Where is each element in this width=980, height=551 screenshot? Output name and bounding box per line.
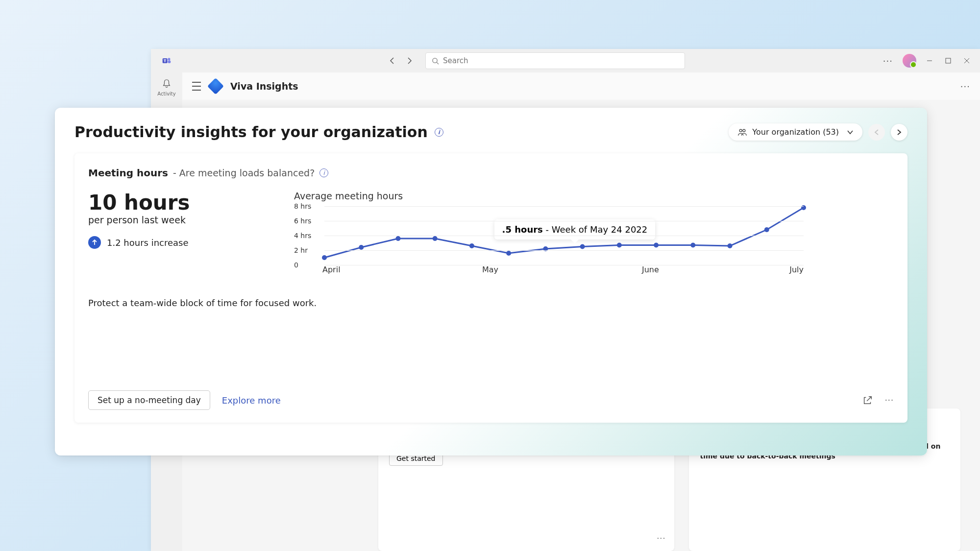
chart-column: Average meeting hours .5 hours - Week of… [294,191,894,272]
x-tick-label: May [482,265,498,274]
rail-item-activity[interactable]: Activity [157,78,175,96]
svg-point-20 [728,243,733,248]
svg-point-14 [506,251,511,256]
metric-summary: 10 hours per person last week 1.2 hours … [88,191,265,272]
user-avatar[interactable] [903,54,916,68]
viva-logo-icon [207,78,224,95]
y-tick-label: 4 hrs [294,232,311,240]
gridline [324,250,804,251]
card-more-button[interactable]: ··· [657,534,665,543]
search-box[interactable] [425,52,685,69]
gridline [324,221,804,221]
chart-title: Average meeting hours [294,191,894,201]
title-bar: T ··· [151,49,980,72]
svg-text:T: T [164,59,167,63]
insights-panel: Productivity insights for your organizat… [55,108,927,455]
svg-point-19 [690,243,695,248]
y-tick-label: 8 hrs [294,202,311,210]
pager-prev-button[interactable] [868,124,885,141]
explore-more-link[interactable]: Explore more [222,395,281,406]
rail-item-label: Activity [157,91,175,96]
page-title-text: Productivity insights for your organizat… [74,123,428,141]
metric-value: 10 hours [88,191,265,215]
y-tick-label: 2 hr [294,246,308,254]
tooltip-date: - Week of May 24 2022 [543,224,647,235]
pager-next-button[interactable] [891,124,907,141]
chart-tooltip: .5 hours - Week of May 24 2022 [494,219,656,240]
hamburger-menu-button[interactable] [192,82,201,91]
app-title: Viva Insights [230,81,298,92]
no-meeting-day-button[interactable]: Set up a no-meeting day [88,390,210,410]
tooltip-value: .5 hours [502,224,543,235]
y-tick-label: 6 hrs [294,217,311,225]
meeting-hours-card: Meeting hours - Are meeting loads balanc… [74,153,907,423]
window-controls [926,57,970,64]
nav-arrows [388,57,414,65]
svg-point-7 [740,129,742,132]
page-header: Productivity insights for your organizat… [74,123,907,141]
search-input[interactable] [443,56,679,65]
app-header: Viva Insights ··· [182,72,980,100]
recommendation-text: Protect a team-wide block of time for fo… [88,298,894,308]
people-icon [737,128,747,137]
window-minimize-button[interactable] [926,57,933,64]
svg-point-2 [168,58,171,60]
delta-row: 1.2 hours increase [88,236,265,249]
svg-point-10 [359,245,364,250]
nav-back-button[interactable] [388,57,396,65]
metric-subtext: per person last week [88,215,265,225]
gridline [324,236,804,236]
search-icon [432,57,439,65]
svg-rect-3 [168,60,171,63]
delta-text: 1.2 hours increase [107,238,189,248]
svg-point-18 [654,243,659,248]
svg-point-11 [395,236,400,241]
svg-point-9 [322,255,327,260]
x-tick-label: July [789,265,804,274]
x-tick-label: June [642,265,659,274]
x-tick-label: April [322,265,341,274]
share-icon[interactable] [862,395,873,406]
card-subtitle: - Are meeting loads balanced? [173,168,315,178]
bell-icon [161,78,172,89]
svg-point-21 [764,227,769,232]
card-title: Meeting hours [88,167,168,179]
page-title: Productivity insights for your organizat… [74,123,443,141]
chevron-down-icon [847,130,854,135]
svg-point-17 [617,243,622,248]
svg-rect-5 [946,58,951,63]
card-header: Meeting hours - Are meeting loads balanc… [88,167,894,179]
svg-point-8 [743,129,745,132]
window-close-button[interactable] [963,57,970,64]
gridline [324,265,804,265]
info-icon[interactable]: i [435,128,443,137]
app-more-button[interactable]: ··· [960,81,970,92]
line-chart[interactable]: .5 hours - Week of May 24 2022 02 hr4 hr… [294,206,804,272]
more-options-button[interactable]: ··· [883,56,893,66]
gridline [324,206,804,207]
svg-point-12 [433,236,438,241]
arrow-up-icon [88,236,101,249]
y-tick-label: 0 [294,261,298,269]
window-maximize-button[interactable] [945,57,952,64]
scope-label: Your organization (53) [752,127,839,137]
scope-selector[interactable]: Your organization (53) [729,123,862,141]
info-icon[interactable]: i [319,168,328,177]
teams-logo-icon: T [161,55,172,67]
svg-point-16 [580,244,585,249]
nav-forward-button[interactable] [406,57,414,65]
card-actions: Set up a no-meeting day Explore more ··· [88,390,894,410]
svg-point-13 [469,243,474,248]
card-more-button[interactable]: ··· [885,396,894,405]
svg-point-4 [433,58,437,62]
